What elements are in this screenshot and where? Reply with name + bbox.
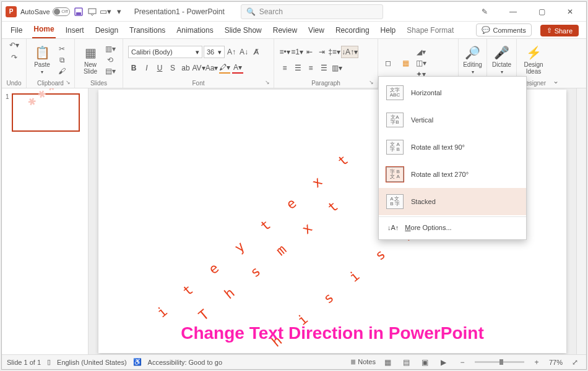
highlight-icon[interactable]: 🖍▾: [219, 62, 230, 74]
font-launcher-icon[interactable]: ↘: [265, 79, 270, 85]
undo-icon[interactable]: ↶▾: [9, 40, 20, 50]
zoom-in-icon[interactable]: +: [530, 357, 543, 367]
tab-review[interactable]: Review: [272, 23, 298, 38]
text-dir-more-options[interactable]: ↓A↑ MMore Options...ore Options...: [379, 218, 526, 237]
powerpoint-window: P AutoSave Off ▭▾ ▾ Presentation1 - Powe…: [1, 1, 587, 370]
qat-more-icon[interactable]: ▾: [115, 7, 124, 17]
comments-button[interactable]: 💬 Comments: [476, 23, 531, 36]
vertical-scrollbar[interactable]: [576, 88, 586, 354]
design-ideas-button[interactable]: ⚡ Design Ideas: [519, 42, 548, 78]
text-dir-stacked[interactable]: A 文B 字 Stacked: [379, 188, 526, 215]
tab-view[interactable]: View: [307, 23, 326, 38]
grow-font-icon[interactable]: A↑: [226, 46, 237, 58]
new-slide-button[interactable]: ▦ New Slide: [77, 42, 103, 78]
pen-icon[interactable]: ✎: [472, 2, 497, 22]
tab-home[interactable]: Home: [32, 22, 55, 38]
autosave-toggle[interactable]: AutoSave Off: [20, 7, 70, 16]
normal-view-icon[interactable]: ▦: [382, 357, 394, 367]
clipboard-launcher-icon[interactable]: ↘: [66, 79, 71, 85]
status-slide-number: Slide 1 of 1: [7, 359, 41, 366]
tab-slideshow[interactable]: Slide Show: [223, 23, 263, 38]
ribbon-collapse-icon[interactable]: ⌄: [550, 39, 561, 88]
clear-formatting-icon[interactable]: A̸: [251, 46, 262, 58]
align-left-icon[interactable]: ≡: [279, 62, 290, 74]
text-dir-horizontal[interactable]: 文字ABC Horizontal: [379, 79, 526, 106]
text-dir-rotate-270[interactable]: 字 B文 A Rotate all text 270°: [379, 161, 526, 188]
fit-to-window-icon[interactable]: ⤢: [569, 357, 581, 367]
format-painter-icon[interactable]: 🖌: [56, 66, 67, 76]
text-dir-rotate-90[interactable]: 文 A字 B Rotate all text 90°: [379, 134, 526, 161]
tab-recording[interactable]: Recording: [334, 23, 371, 38]
paragraph-launcher-icon[interactable]: ↘: [369, 79, 374, 85]
qat-shape-icon[interactable]: ▭▾: [101, 7, 111, 17]
font-name-combo[interactable]: Calibri (Body)▾: [128, 46, 202, 58]
increase-indent-icon[interactable]: ⇥: [316, 46, 327, 58]
slideshow-view-icon[interactable]: ▶: [438, 357, 450, 367]
close-icon[interactable]: ✕: [558, 2, 582, 22]
sorter-view-icon[interactable]: ▤: [400, 357, 413, 367]
autosave-switch-off[interactable]: Off: [53, 7, 70, 16]
font-color-icon[interactable]: A▾: [232, 62, 243, 74]
search-box[interactable]: 🔍 Search: [241, 4, 383, 19]
status-language[interactable]: English (United States): [57, 359, 127, 366]
italic-button[interactable]: I: [141, 62, 152, 74]
chevron-down-icon: ▾: [501, 69, 503, 75]
underline-button[interactable]: U: [154, 62, 165, 74]
cut-icon[interactable]: ✂: [56, 44, 67, 54]
mic-icon: 🎤: [494, 45, 509, 60]
font-size-combo[interactable]: 36▾: [204, 46, 225, 58]
tab-shape-format[interactable]: Shape Format: [405, 23, 455, 38]
justify-icon[interactable]: ☰: [318, 62, 329, 74]
bold-button[interactable]: B: [128, 62, 139, 74]
minimize-icon[interactable]: —: [501, 2, 525, 22]
tab-file[interactable]: File: [9, 23, 24, 38]
zoom-percentage[interactable]: 77%: [549, 359, 563, 366]
thumbnail-panel[interactable]: 1 ✱ ✱ ✱: [2, 88, 89, 354]
text-direction-menu: 文字ABC Horizontal 文A字B Vertical 文 A字 B Ro…: [378, 76, 527, 240]
svg-rect-2: [89, 9, 96, 14]
status-accessibility[interactable]: Accessibility: Good to go: [148, 359, 222, 366]
change-case-icon[interactable]: Aa▾: [206, 62, 217, 74]
share-button[interactable]: ⇧ Share: [540, 25, 579, 36]
shapes-gallery-icon[interactable]: ◻: [381, 51, 396, 75]
char-spacing-icon[interactable]: AV▾: [193, 62, 204, 74]
decrease-indent-icon[interactable]: ⇤: [304, 46, 315, 58]
editing-button[interactable]: 🔎 Editing ▾: [461, 42, 484, 78]
tab-transitions[interactable]: Transitions: [128, 23, 166, 38]
tab-help[interactable]: Help: [379, 23, 397, 38]
numbering-icon[interactable]: ≡1▾: [292, 46, 303, 58]
copy-icon[interactable]: ⧉: [56, 55, 67, 65]
redo-icon[interactable]: ↷: [9, 53, 20, 62]
shape-fill-icon[interactable]: ◢▾: [415, 47, 426, 57]
zoom-out-icon[interactable]: −: [456, 357, 469, 367]
reading-view-icon[interactable]: ▣: [419, 357, 431, 367]
shape-outline-icon[interactable]: ◫▾: [415, 58, 426, 68]
group-paragraph-label: Paragraph↘: [277, 79, 375, 88]
align-center-icon[interactable]: ☰: [292, 62, 303, 74]
line-spacing-icon[interactable]: ‡≡▾: [329, 46, 340, 58]
strike-button[interactable]: S: [167, 62, 178, 74]
tab-insert[interactable]: Insert: [64, 23, 85, 38]
text-dir-vertical[interactable]: 文A字B Vertical: [379, 106, 526, 134]
present-from-start-icon[interactable]: [87, 7, 97, 17]
shrink-font-icon[interactable]: A↓: [238, 46, 249, 58]
arrange-icon[interactable]: ▦: [398, 51, 413, 75]
dictate-button[interactable]: 🎤 Dictate ▾: [490, 42, 514, 78]
layout-icon[interactable]: ▥▾: [105, 44, 116, 54]
columns-icon[interactable]: ▥▾: [331, 62, 342, 74]
save-icon[interactable]: [74, 7, 84, 17]
text-direction-button[interactable]: ↓A↑▾: [341, 46, 358, 58]
bullets-icon[interactable]: ≡•▾: [279, 46, 290, 58]
shadow-button[interactable]: ab: [180, 62, 191, 74]
zoom-slider[interactable]: [475, 361, 524, 363]
align-right-icon[interactable]: ≡: [305, 62, 316, 74]
paste-button[interactable]: 📋 Paste ▾: [29, 42, 55, 78]
notes-button[interactable]: ≣ Notes: [350, 358, 376, 366]
tab-design[interactable]: Design: [94, 23, 119, 38]
tab-animations[interactable]: Animations: [175, 23, 214, 38]
book-icon: ▯: [47, 358, 51, 366]
slide-thumbnail-1[interactable]: ✱ ✱ ✱: [12, 93, 80, 132]
section-icon[interactable]: ▤▾: [105, 66, 116, 76]
maximize-icon[interactable]: ▢: [529, 2, 554, 22]
reset-icon[interactable]: ⟲: [105, 55, 116, 65]
